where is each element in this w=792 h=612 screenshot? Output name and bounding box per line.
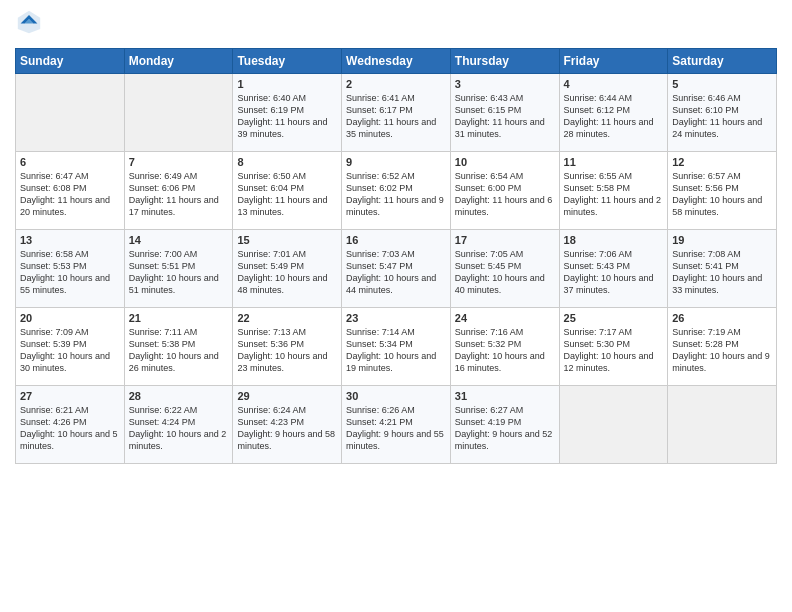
calendar-cell: 24Sunrise: 7:16 AM Sunset: 5:32 PM Dayli…	[450, 308, 559, 386]
day-of-week-header: Thursday	[450, 49, 559, 74]
day-number: 30	[346, 390, 446, 402]
day-number: 15	[237, 234, 337, 246]
day-number: 25	[564, 312, 664, 324]
calendar-cell: 2Sunrise: 6:41 AM Sunset: 6:17 PM Daylig…	[342, 74, 451, 152]
day-number: 28	[129, 390, 229, 402]
calendar-cell: 8Sunrise: 6:50 AM Sunset: 6:04 PM Daylig…	[233, 152, 342, 230]
logo-icon	[15, 8, 43, 36]
calendar-cell: 3Sunrise: 6:43 AM Sunset: 6:15 PM Daylig…	[450, 74, 559, 152]
cell-content: Sunrise: 7:05 AM Sunset: 5:45 PM Dayligh…	[455, 248, 555, 297]
calendar-week-row: 13Sunrise: 6:58 AM Sunset: 5:53 PM Dayli…	[16, 230, 777, 308]
cell-content: Sunrise: 7:00 AM Sunset: 5:51 PM Dayligh…	[129, 248, 229, 297]
calendar-cell: 17Sunrise: 7:05 AM Sunset: 5:45 PM Dayli…	[450, 230, 559, 308]
calendar-cell: 31Sunrise: 6:27 AM Sunset: 4:19 PM Dayli…	[450, 386, 559, 464]
cell-content: Sunrise: 7:17 AM Sunset: 5:30 PM Dayligh…	[564, 326, 664, 375]
day-of-week-header: Friday	[559, 49, 668, 74]
day-number: 10	[455, 156, 555, 168]
day-number: 17	[455, 234, 555, 246]
cell-content: Sunrise: 7:13 AM Sunset: 5:36 PM Dayligh…	[237, 326, 337, 375]
calendar-cell: 5Sunrise: 6:46 AM Sunset: 6:10 PM Daylig…	[668, 74, 777, 152]
cell-content: Sunrise: 7:09 AM Sunset: 5:39 PM Dayligh…	[20, 326, 120, 375]
cell-content: Sunrise: 6:47 AM Sunset: 6:08 PM Dayligh…	[20, 170, 120, 219]
cell-content: Sunrise: 6:50 AM Sunset: 6:04 PM Dayligh…	[237, 170, 337, 219]
calendar-cell: 28Sunrise: 6:22 AM Sunset: 4:24 PM Dayli…	[124, 386, 233, 464]
cell-content: Sunrise: 6:26 AM Sunset: 4:21 PM Dayligh…	[346, 404, 446, 453]
day-number: 31	[455, 390, 555, 402]
calendar-cell: 22Sunrise: 7:13 AM Sunset: 5:36 PM Dayli…	[233, 308, 342, 386]
calendar-cell: 10Sunrise: 6:54 AM Sunset: 6:00 PM Dayli…	[450, 152, 559, 230]
day-number: 23	[346, 312, 446, 324]
day-number: 6	[20, 156, 120, 168]
calendar-cell: 11Sunrise: 6:55 AM Sunset: 5:58 PM Dayli…	[559, 152, 668, 230]
calendar-cell	[559, 386, 668, 464]
day-number: 1	[237, 78, 337, 90]
calendar-cell: 9Sunrise: 6:52 AM Sunset: 6:02 PM Daylig…	[342, 152, 451, 230]
day-number: 20	[20, 312, 120, 324]
day-number: 4	[564, 78, 664, 90]
day-number: 18	[564, 234, 664, 246]
cell-content: Sunrise: 6:58 AM Sunset: 5:53 PM Dayligh…	[20, 248, 120, 297]
day-number: 12	[672, 156, 772, 168]
calendar-cell: 23Sunrise: 7:14 AM Sunset: 5:34 PM Dayli…	[342, 308, 451, 386]
calendar-cell: 20Sunrise: 7:09 AM Sunset: 5:39 PM Dayli…	[16, 308, 125, 386]
calendar-cell: 29Sunrise: 6:24 AM Sunset: 4:23 PM Dayli…	[233, 386, 342, 464]
calendar-cell: 14Sunrise: 7:00 AM Sunset: 5:51 PM Dayli…	[124, 230, 233, 308]
day-of-week-header: Monday	[124, 49, 233, 74]
calendar-cell: 16Sunrise: 7:03 AM Sunset: 5:47 PM Dayli…	[342, 230, 451, 308]
cell-content: Sunrise: 6:41 AM Sunset: 6:17 PM Dayligh…	[346, 92, 446, 141]
calendar-week-row: 1Sunrise: 6:40 AM Sunset: 6:19 PM Daylig…	[16, 74, 777, 152]
calendar-week-row: 20Sunrise: 7:09 AM Sunset: 5:39 PM Dayli…	[16, 308, 777, 386]
calendar-cell: 7Sunrise: 6:49 AM Sunset: 6:06 PM Daylig…	[124, 152, 233, 230]
cell-content: Sunrise: 6:21 AM Sunset: 4:26 PM Dayligh…	[20, 404, 120, 453]
calendar-header-row: SundayMondayTuesdayWednesdayThursdayFrid…	[16, 49, 777, 74]
cell-content: Sunrise: 6:52 AM Sunset: 6:02 PM Dayligh…	[346, 170, 446, 219]
calendar-cell: 26Sunrise: 7:19 AM Sunset: 5:28 PM Dayli…	[668, 308, 777, 386]
day-number: 29	[237, 390, 337, 402]
calendar-cell: 4Sunrise: 6:44 AM Sunset: 6:12 PM Daylig…	[559, 74, 668, 152]
day-number: 9	[346, 156, 446, 168]
day-of-week-header: Tuesday	[233, 49, 342, 74]
cell-content: Sunrise: 6:49 AM Sunset: 6:06 PM Dayligh…	[129, 170, 229, 219]
day-number: 24	[455, 312, 555, 324]
cell-content: Sunrise: 6:57 AM Sunset: 5:56 PM Dayligh…	[672, 170, 772, 219]
cell-content: Sunrise: 7:06 AM Sunset: 5:43 PM Dayligh…	[564, 248, 664, 297]
cell-content: Sunrise: 7:11 AM Sunset: 5:38 PM Dayligh…	[129, 326, 229, 375]
calendar-cell	[16, 74, 125, 152]
calendar-cell: 27Sunrise: 6:21 AM Sunset: 4:26 PM Dayli…	[16, 386, 125, 464]
calendar-cell: 30Sunrise: 6:26 AM Sunset: 4:21 PM Dayli…	[342, 386, 451, 464]
calendar-cell: 13Sunrise: 6:58 AM Sunset: 5:53 PM Dayli…	[16, 230, 125, 308]
calendar-cell	[668, 386, 777, 464]
day-number: 27	[20, 390, 120, 402]
day-number: 3	[455, 78, 555, 90]
cell-content: Sunrise: 7:01 AM Sunset: 5:49 PM Dayligh…	[237, 248, 337, 297]
day-number: 21	[129, 312, 229, 324]
day-number: 13	[20, 234, 120, 246]
cell-content: Sunrise: 6:43 AM Sunset: 6:15 PM Dayligh…	[455, 92, 555, 141]
calendar-cell: 1Sunrise: 6:40 AM Sunset: 6:19 PM Daylig…	[233, 74, 342, 152]
day-number: 16	[346, 234, 446, 246]
calendar-cell: 21Sunrise: 7:11 AM Sunset: 5:38 PM Dayli…	[124, 308, 233, 386]
cell-content: Sunrise: 6:27 AM Sunset: 4:19 PM Dayligh…	[455, 404, 555, 453]
calendar-cell: 19Sunrise: 7:08 AM Sunset: 5:41 PM Dayli…	[668, 230, 777, 308]
cell-content: Sunrise: 6:24 AM Sunset: 4:23 PM Dayligh…	[237, 404, 337, 453]
calendar-table: SundayMondayTuesdayWednesdayThursdayFrid…	[15, 48, 777, 464]
page: SundayMondayTuesdayWednesdayThursdayFrid…	[0, 0, 792, 612]
calendar-cell: 18Sunrise: 7:06 AM Sunset: 5:43 PM Dayli…	[559, 230, 668, 308]
calendar-cell: 6Sunrise: 6:47 AM Sunset: 6:08 PM Daylig…	[16, 152, 125, 230]
cell-content: Sunrise: 7:19 AM Sunset: 5:28 PM Dayligh…	[672, 326, 772, 375]
logo	[15, 10, 47, 40]
day-number: 19	[672, 234, 772, 246]
calendar-cell	[124, 74, 233, 152]
calendar-week-row: 6Sunrise: 6:47 AM Sunset: 6:08 PM Daylig…	[16, 152, 777, 230]
calendar-cell: 25Sunrise: 7:17 AM Sunset: 5:30 PM Dayli…	[559, 308, 668, 386]
cell-content: Sunrise: 7:03 AM Sunset: 5:47 PM Dayligh…	[346, 248, 446, 297]
day-number: 2	[346, 78, 446, 90]
day-number: 8	[237, 156, 337, 168]
cell-content: Sunrise: 7:16 AM Sunset: 5:32 PM Dayligh…	[455, 326, 555, 375]
cell-content: Sunrise: 7:14 AM Sunset: 5:34 PM Dayligh…	[346, 326, 446, 375]
cell-content: Sunrise: 6:46 AM Sunset: 6:10 PM Dayligh…	[672, 92, 772, 141]
cell-content: Sunrise: 6:55 AM Sunset: 5:58 PM Dayligh…	[564, 170, 664, 219]
day-of-week-header: Sunday	[16, 49, 125, 74]
calendar-cell: 15Sunrise: 7:01 AM Sunset: 5:49 PM Dayli…	[233, 230, 342, 308]
cell-content: Sunrise: 6:54 AM Sunset: 6:00 PM Dayligh…	[455, 170, 555, 219]
